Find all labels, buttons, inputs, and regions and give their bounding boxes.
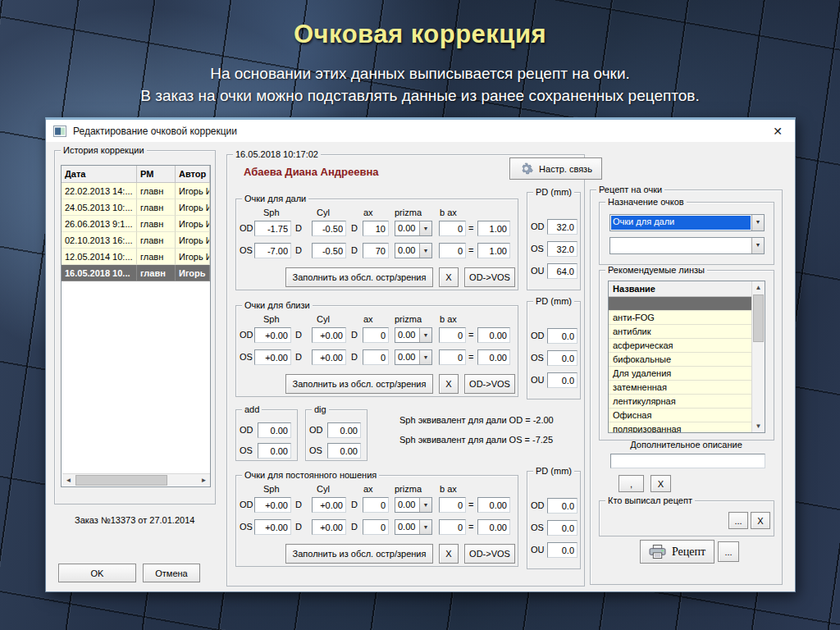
ok-button[interactable]: OK (58, 564, 136, 582)
scroll-up-icon[interactable]: ▲ (752, 281, 765, 294)
scroll-right-icon[interactable]: ► (198, 474, 210, 486)
lens-row[interactable]: антиблик (609, 325, 752, 339)
history-col-author[interactable]: Автор (176, 166, 210, 183)
close-icon[interactable]: ✕ (768, 125, 788, 138)
pd-os-input[interactable] (547, 520, 578, 536)
bax-input[interactable] (439, 221, 466, 236)
visus-input[interactable] (477, 221, 510, 236)
lens-row[interactable] (609, 297, 752, 311)
dropdown-arrow-icon[interactable]: ▼ (751, 215, 764, 231)
scroll-left-icon[interactable]: ◄ (62, 474, 75, 486)
cyl-input[interactable] (312, 349, 346, 365)
dropdown-arrow-icon[interactable]: ▼ (419, 350, 431, 364)
visus-input[interactable] (477, 349, 510, 365)
lens-row[interactable]: анти-FOG (609, 311, 752, 325)
dropdown-arrow-icon[interactable]: ▼ (419, 520, 431, 534)
cancel-button[interactable]: Отмена (143, 564, 200, 582)
history-row[interactable]: 16.05.2018 10...главнИгорь (62, 265, 210, 281)
prizma-select[interactable]: 0.00▼ (395, 519, 432, 535)
visus-input[interactable] (477, 519, 510, 535)
cyl-input[interactable] (312, 243, 346, 258)
history-col-pm[interactable]: РМ (137, 166, 176, 183)
pd-os-input[interactable] (547, 241, 578, 257)
history-row[interactable]: 26.06.2013 9:1...главнИгорь И (62, 216, 210, 232)
bax-input[interactable] (439, 497, 466, 513)
sph-input[interactable] (254, 497, 291, 513)
lens-row[interactable]: бифокальные (609, 353, 752, 367)
lens-row[interactable]: асферическая (609, 339, 752, 353)
dropdown-arrow-icon[interactable]: ▼ (419, 221, 431, 235)
cyl-input[interactable] (312, 497, 346, 513)
add-os-input[interactable] (258, 443, 291, 459)
bax-input[interactable] (439, 243, 466, 258)
prizma-select[interactable]: 0.00▼ (395, 221, 432, 236)
prizma-select[interactable]: 0.00▼ (395, 243, 432, 258)
pd-ou-input[interactable] (547, 542, 578, 558)
prizma-select[interactable]: 0.00▼ (395, 349, 432, 365)
clear-prescriber-button[interactable]: X (751, 512, 770, 529)
history-row[interactable]: 12.05.2014 10:...главнИгорь И (62, 249, 210, 265)
ax-input[interactable] (363, 497, 389, 513)
clear-section-button[interactable]: X (439, 544, 459, 564)
additional-description-input[interactable] (610, 454, 765, 468)
pd-ou-input[interactable] (547, 372, 578, 388)
ax-input[interactable] (363, 519, 389, 535)
comma-button[interactable]: , (619, 475, 644, 492)
history-row[interactable]: 22.02.2013 14:...главнИгорь И (62, 183, 210, 199)
pd-od-input[interactable] (547, 328, 578, 344)
cyl-input[interactable] (312, 327, 346, 343)
od-to-vos-button[interactable]: OD->VOS (464, 544, 515, 564)
purpose-select[interactable]: Очки для дали ▼ (609, 214, 765, 231)
print-recipe-button[interactable]: Рецепт (640, 540, 714, 564)
history-col-date[interactable]: Дата (62, 166, 137, 183)
lens-row[interactable]: лентикулярная (609, 395, 752, 409)
connection-settings-button[interactable]: Настр. связь (509, 158, 602, 180)
recipe-options-button[interactable]: ... (718, 541, 739, 562)
fill-from-exam-button[interactable]: Заполнить из обсл. остр/зрения (285, 374, 433, 394)
visus-input[interactable] (477, 327, 510, 343)
sph-input[interactable] (254, 243, 291, 258)
dig-od-input[interactable] (327, 422, 361, 438)
history-row[interactable]: 24.05.2013 10:...главнИгорь И (62, 199, 210, 216)
bax-input[interactable] (439, 327, 466, 343)
cyl-input[interactable] (312, 519, 346, 535)
lens-row[interactable]: Для удаления (609, 367, 752, 381)
bax-input[interactable] (439, 349, 466, 365)
cyl-input[interactable] (312, 221, 346, 236)
bax-input[interactable] (439, 519, 466, 535)
lens-row[interactable]: Офисная (609, 409, 752, 422)
dropdown-arrow-icon[interactable]: ▼ (751, 238, 764, 253)
purpose-secondary-select[interactable]: ▼ (609, 237, 765, 254)
history-row[interactable]: 02.10.2013 16:...главнИгорь И (62, 232, 210, 249)
lenses-list-header[interactable]: Название (609, 281, 752, 297)
prizma-select[interactable]: 0.00▼ (395, 497, 432, 513)
pd-od-input[interactable] (547, 219, 578, 235)
visus-input[interactable] (477, 243, 510, 258)
choose-prescriber-button[interactable]: ... (728, 512, 748, 529)
ax-input[interactable] (363, 221, 389, 236)
sph-input[interactable] (254, 327, 291, 343)
pd-od-input[interactable] (547, 498, 578, 514)
sph-input[interactable] (254, 349, 291, 365)
clear-description-button[interactable]: X (651, 475, 671, 492)
dropdown-arrow-icon[interactable]: ▼ (419, 498, 431, 512)
od-to-vos-button[interactable]: OD->VOS (464, 267, 515, 287)
ax-input[interactable] (363, 327, 389, 343)
ax-input[interactable] (363, 349, 389, 365)
sph-input[interactable] (254, 221, 291, 236)
clear-section-button[interactable]: X (439, 267, 459, 287)
dropdown-arrow-icon[interactable]: ▼ (419, 328, 431, 342)
history-hscroll-thumb[interactable] (75, 475, 167, 486)
dig-os-input[interactable] (327, 443, 361, 459)
sph-input[interactable] (254, 519, 291, 535)
pd-os-input[interactable] (547, 350, 578, 366)
history-hscrollbar[interactable]: ◄ ► (62, 473, 210, 486)
prizma-select[interactable]: 0.00▼ (395, 327, 432, 343)
lenses-vscrollbar[interactable]: ▲ ▼ (751, 281, 765, 432)
od-to-vos-button[interactable]: OD->VOS (464, 374, 515, 394)
lenses-vscroll-thumb[interactable] (753, 294, 764, 342)
visus-input[interactable] (477, 497, 510, 513)
lens-row[interactable]: поляризованная (609, 422, 752, 433)
lens-row[interactable]: затемненная (609, 381, 752, 395)
pd-ou-input[interactable] (547, 263, 578, 279)
